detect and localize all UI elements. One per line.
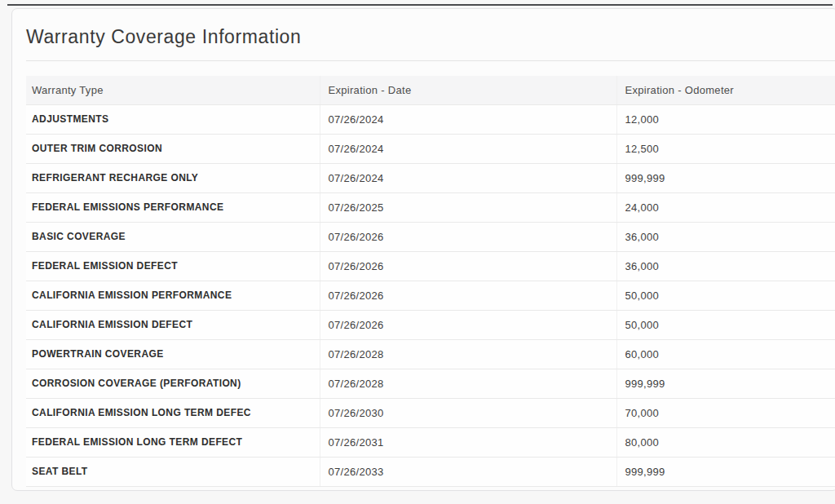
expiration-date-cell: 07/26/2026 — [320, 281, 616, 310]
table-header-row: Warranty Type Expiration - Date Expirati… — [26, 76, 835, 104]
warranty-type-cell: FEDERAL EMISSION DEFECT — [26, 251, 320, 281]
table-row: CORROSION COVERAGE (PERFORATION) 07/26/2… — [26, 369, 835, 398]
warranty-type-cell: FEDERAL EMISSION LONG TERM DEFECT — [26, 427, 320, 457]
table-row: REFRIGERANT RECHARGE ONLY 07/26/2024 999… — [26, 163, 835, 192]
expiration-odometer-cell: 50,000 — [616, 310, 835, 339]
column-header-expiration-odometer: Expiration - Odometer — [616, 76, 835, 104]
expiration-date-cell: 07/26/2024 — [320, 134, 616, 163]
warranty-type-cell: CALIFORNIA EMISSION DEFECT — [26, 310, 320, 339]
expiration-odometer-cell: 80,000 — [616, 427, 835, 457]
column-header-warranty-type: Warranty Type — [26, 76, 320, 104]
expiration-odometer-cell: 999,999 — [616, 457, 835, 486]
warranty-table-container: Warranty Type Expiration - Date Expirati… — [26, 76, 835, 487]
page-title: Warranty Coverage Information — [26, 26, 824, 48]
title-divider — [26, 60, 835, 61]
expiration-odometer-cell: 50,000 — [616, 281, 835, 310]
warranty-table: Warranty Type Expiration - Date Expirati… — [26, 76, 835, 487]
expiration-date-cell: 07/26/2026 — [320, 222, 616, 251]
warranty-type-cell: CALIFORNIA EMISSION LONG TERM DEFEC — [26, 398, 320, 427]
table-body: ADJUSTMENTS 07/26/2024 12,000 OUTER TRIM… — [26, 104, 835, 486]
top-divider-line — [7, 4, 833, 6]
expiration-date-cell: 07/26/2025 — [320, 192, 616, 222]
table-row: ADJUSTMENTS 07/26/2024 12,000 — [26, 104, 835, 134]
expiration-date-cell: 07/26/2024 — [320, 104, 616, 134]
warranty-type-cell: FEDERAL EMISSIONS PERFORMANCE — [26, 192, 320, 222]
warranty-type-cell: OUTER TRIM CORROSION — [26, 134, 320, 163]
warranty-type-cell: CORROSION COVERAGE (PERFORATION) — [26, 369, 320, 398]
expiration-odometer-cell: 24,000 — [616, 192, 835, 222]
warranty-coverage-card: Warranty Coverage Information Warranty T… — [11, 8, 835, 491]
expiration-date-cell: 07/26/2033 — [320, 457, 616, 486]
warranty-type-cell: BASIC COVERAGE — [26, 222, 320, 251]
expiration-date-cell: 07/26/2030 — [320, 398, 616, 427]
expiration-odometer-cell: 60,000 — [616, 339, 835, 369]
warranty-type-cell: SEAT BELT — [26, 457, 320, 486]
expiration-date-cell: 07/26/2024 — [320, 163, 616, 192]
table-row: OUTER TRIM CORROSION 07/26/2024 12,500 — [26, 134, 835, 163]
expiration-odometer-cell: 999,999 — [616, 369, 835, 398]
table-row: BASIC COVERAGE 07/26/2026 36,000 — [26, 222, 835, 251]
expiration-odometer-cell: 70,000 — [616, 398, 835, 427]
expiration-date-cell: 07/26/2026 — [320, 310, 616, 339]
warranty-type-cell: CALIFORNIA EMISSION PERFORMANCE — [26, 281, 320, 310]
table-row: POWERTRAIN COVERAGE 07/26/2028 60,000 — [26, 339, 835, 369]
table-row: SEAT BELT 07/26/2033 999,999 — [26, 457, 835, 486]
expiration-date-cell: 07/26/2028 — [320, 339, 616, 369]
table-row: FEDERAL EMISSIONS PERFORMANCE 07/26/2025… — [26, 192, 835, 222]
table-row: CALIFORNIA EMISSION DEFECT 07/26/2026 50… — [26, 310, 835, 339]
expiration-odometer-cell: 12,500 — [616, 134, 835, 163]
expiration-odometer-cell: 36,000 — [616, 251, 835, 281]
expiration-date-cell: 07/26/2031 — [320, 427, 616, 457]
expiration-odometer-cell: 999,999 — [616, 163, 835, 192]
expiration-odometer-cell: 36,000 — [616, 222, 835, 251]
warranty-type-cell: REFRIGERANT RECHARGE ONLY — [26, 163, 320, 192]
warranty-type-cell: POWERTRAIN COVERAGE — [26, 339, 320, 369]
expiration-date-cell: 07/26/2028 — [320, 369, 616, 398]
column-header-expiration-date: Expiration - Date — [320, 76, 616, 104]
table-row: FEDERAL EMISSION LONG TERM DEFECT 07/26/… — [26, 427, 835, 457]
table-row: FEDERAL EMISSION DEFECT 07/26/2026 36,00… — [26, 251, 835, 281]
warranty-type-cell: ADJUSTMENTS — [26, 104, 320, 134]
expiration-date-cell: 07/26/2026 — [320, 251, 616, 281]
table-row: CALIFORNIA EMISSION LONG TERM DEFEC 07/2… — [26, 398, 835, 427]
table-row: CALIFORNIA EMISSION PERFORMANCE 07/26/20… — [26, 281, 835, 310]
expiration-odometer-cell: 12,000 — [616, 104, 835, 134]
